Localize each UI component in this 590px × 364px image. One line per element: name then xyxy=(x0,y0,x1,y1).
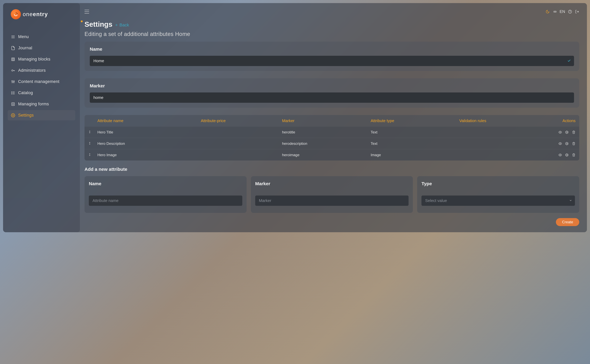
sidebar-item-settings[interactable]: Settings xyxy=(8,110,75,120)
svg-point-31 xyxy=(560,143,561,144)
key-icon xyxy=(11,68,15,73)
col-validation: Validation rules xyxy=(459,118,548,123)
sidebar-item-blocks[interactable]: Managing blocks xyxy=(8,54,75,64)
logo-text: oneentry xyxy=(23,11,48,18)
topbar: EN xyxy=(85,9,579,14)
content-icon xyxy=(11,79,15,84)
svg-point-22 xyxy=(13,115,14,116)
logout-icon[interactable] xyxy=(575,10,579,14)
help-icon[interactable] xyxy=(568,10,572,14)
col-price: Attribute-price xyxy=(201,118,282,123)
title-row: Settings Back xyxy=(85,20,579,28)
svg-point-34 xyxy=(560,155,561,156)
svg-rect-3 xyxy=(12,58,15,61)
cell-name: Hero Description xyxy=(98,142,201,146)
menu-icon xyxy=(11,35,15,39)
marker-input-wrap xyxy=(90,92,574,103)
sidebar-item-label: Menu xyxy=(18,34,29,39)
main-content: EN Settings Back Editing a set of additi… xyxy=(80,3,587,232)
title-dot-icon xyxy=(81,20,83,22)
app-frame: oneentry Menu Journal Managing blocks Ad… xyxy=(3,3,587,232)
drag-handle-icon[interactable] xyxy=(88,142,98,146)
add-section-title: Add a new attribute xyxy=(85,167,579,172)
sidebar-item-forms[interactable]: Managing forms xyxy=(8,99,75,109)
col-name: Attribute name xyxy=(98,118,201,123)
gear-icon[interactable] xyxy=(565,153,569,157)
logo-text-part1: one xyxy=(23,11,33,17)
eye-icon[interactable] xyxy=(558,142,562,145)
sidebar-item-label: Administrators xyxy=(18,68,46,73)
cell-marker: heroimage xyxy=(282,153,371,157)
sidebar-item-admins[interactable]: Administrators xyxy=(8,65,75,76)
col-actions: Actions xyxy=(548,118,576,123)
attribute-table-head: Attribute name Attribute-price Marker At… xyxy=(85,115,579,126)
add-marker-input[interactable] xyxy=(255,195,409,206)
sidebar-item-label: Managing forms xyxy=(18,102,49,106)
sidebar: oneentry Menu Journal Managing blocks Ad… xyxy=(3,3,80,232)
trash-icon[interactable] xyxy=(572,142,576,145)
svg-point-17 xyxy=(12,91,12,92)
cell-marker: herodescription xyxy=(282,142,371,146)
cell-name: Hero Title xyxy=(98,130,201,134)
svg-point-32 xyxy=(566,143,567,144)
svg-point-18 xyxy=(12,93,12,93)
trash-icon[interactable] xyxy=(572,153,576,157)
cell-type: Text xyxy=(371,130,459,134)
add-marker-label: Marker xyxy=(255,181,409,186)
create-row: Create xyxy=(85,218,579,226)
sidebar-item-menu[interactable]: Menu xyxy=(8,32,75,42)
svg-rect-4 xyxy=(12,58,14,60)
sidebar-item-label: Catalog xyxy=(18,91,33,95)
svg-point-19 xyxy=(12,94,12,94)
drag-handle-icon[interactable] xyxy=(88,130,98,134)
col-type: Attribute type xyxy=(371,118,459,123)
add-type-label: Type xyxy=(421,181,575,186)
sidebar-item-journal[interactable]: Journal xyxy=(8,43,75,53)
name-input-wrap xyxy=(90,56,574,66)
sidebar-nav: Menu Journal Managing blocks Administrat… xyxy=(8,32,75,120)
marker-label: Marker xyxy=(90,83,574,88)
drag-handle-icon[interactable] xyxy=(88,153,98,157)
row-actions xyxy=(548,142,576,145)
sidebar-item-catalog[interactable]: Catalog xyxy=(8,88,75,98)
sidebar-item-content[interactable]: Content management xyxy=(8,77,75,87)
forms-icon xyxy=(11,102,15,106)
sidebar-item-label: Content management xyxy=(18,79,59,84)
name-input[interactable] xyxy=(90,56,574,66)
sidebar-item-label: Settings xyxy=(18,113,34,118)
gear-icon[interactable] xyxy=(565,130,569,134)
svg-point-35 xyxy=(566,155,567,156)
gear-icon[interactable] xyxy=(565,142,569,145)
trash-icon[interactable] xyxy=(572,130,576,134)
back-link[interactable]: Back xyxy=(115,23,129,27)
add-type-card: Type xyxy=(417,176,579,213)
svg-point-5 xyxy=(12,70,13,71)
marker-input[interactable] xyxy=(90,92,574,103)
create-button[interactable]: Create xyxy=(556,218,579,226)
svg-rect-20 xyxy=(12,103,15,105)
cell-type: Image xyxy=(371,153,459,157)
eye-icon[interactable] xyxy=(558,130,562,134)
add-attribute-row: Name Marker Type xyxy=(85,176,579,213)
add-name-input[interactable] xyxy=(89,195,242,206)
cell-type: Text xyxy=(371,142,459,146)
check-icon xyxy=(567,59,571,63)
journal-icon xyxy=(11,46,15,50)
table-row: Hero Title herotitle Text xyxy=(85,126,579,138)
svg-point-21 xyxy=(13,104,14,104)
theme-toggle-icon[interactable] xyxy=(545,10,550,14)
marker-card: Marker xyxy=(85,78,579,108)
language-selector[interactable]: EN xyxy=(560,9,565,14)
chevron-down-icon xyxy=(569,199,572,202)
add-type-select[interactable] xyxy=(421,195,575,206)
attribute-table: Attribute name Attribute-price Marker At… xyxy=(85,115,579,161)
cell-marker: herotitle xyxy=(282,130,371,134)
logo: oneentry xyxy=(11,9,75,19)
hamburger-button[interactable] xyxy=(85,10,89,13)
eye-icon[interactable] xyxy=(558,153,562,157)
row-actions xyxy=(548,130,576,134)
gear-icon xyxy=(11,113,15,118)
sidebar-item-label: Journal xyxy=(18,46,32,50)
svg-point-28 xyxy=(560,132,561,133)
infinity-icon[interactable] xyxy=(552,10,557,14)
